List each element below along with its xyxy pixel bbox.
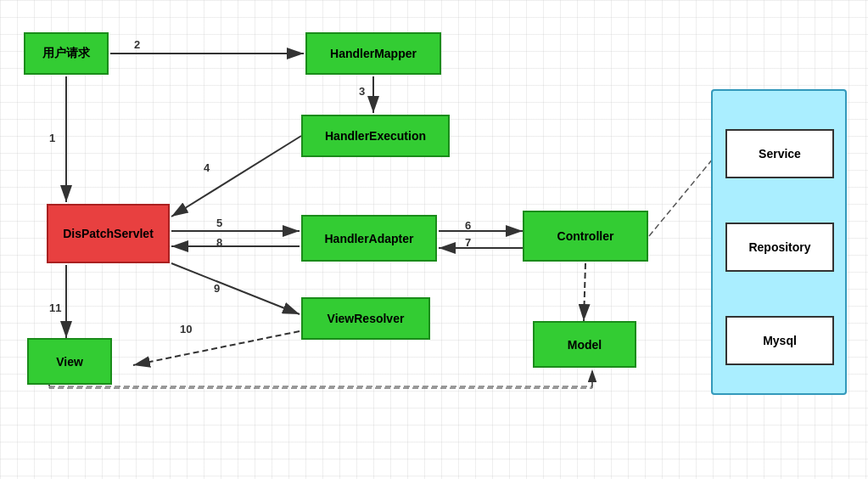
label-2: 2: [134, 38, 140, 51]
label-11: 11: [49, 301, 61, 314]
svg-rect-14: [49, 386, 592, 388]
svg-line-18: [584, 263, 585, 321]
diagram-canvas: { "nodes": { "user_request": { "label": …: [0, 0, 868, 479]
dispatch-servlet-node: DisPatchServlet: [47, 204, 170, 263]
mysql-node: Mysql: [725, 316, 834, 365]
handler-mapper-node: HandlerMapper: [305, 32, 441, 75]
handler-execution-node: HandlerExecution: [301, 115, 450, 157]
label-3: 3: [359, 85, 365, 98]
view-node: View: [27, 338, 112, 385]
service-node: Service: [725, 129, 834, 178]
svg-line-6: [171, 136, 301, 217]
user-request-node: 用户请求: [24, 32, 109, 75]
label-4: 4: [204, 161, 210, 174]
label-10: 10: [180, 323, 192, 335]
model-node: Model: [533, 321, 636, 368]
svg-line-11: [171, 263, 300, 314]
label-1: 1: [49, 132, 55, 144]
label-7: 7: [465, 236, 471, 249]
label-8: 8: [216, 236, 222, 249]
label-9: 9: [214, 282, 220, 295]
view-resolver-node: ViewResolver: [301, 297, 430, 340]
svg-line-12: [133, 331, 300, 365]
controller-node: Controller: [523, 211, 648, 262]
repository-node: Repository: [725, 223, 834, 272]
label-5: 5: [216, 217, 222, 229]
handler-adapter-node: HandlerAdapter: [301, 215, 437, 262]
right-panel-container: Service Repository Mysql: [711, 89, 847, 395]
label-6: 6: [465, 219, 471, 232]
